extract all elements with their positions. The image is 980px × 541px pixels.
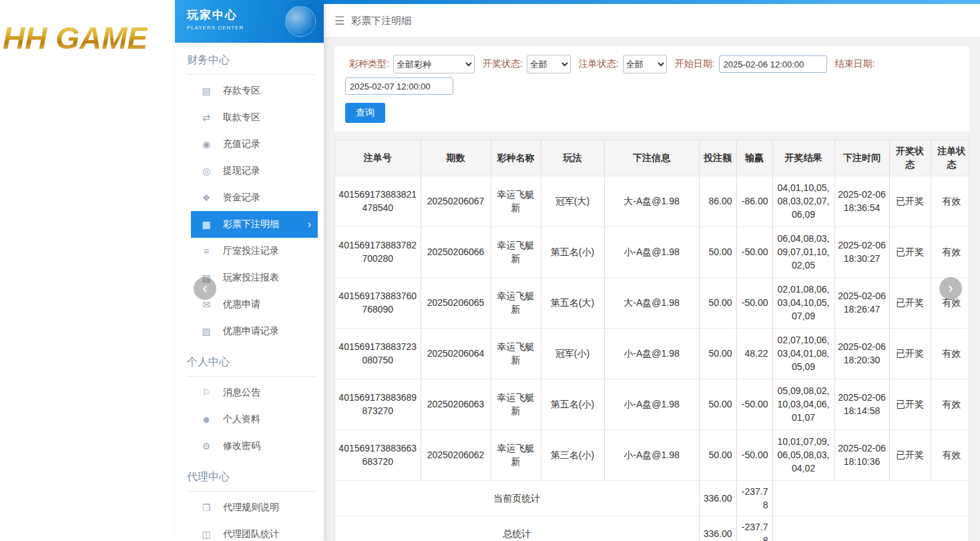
sidebar-item-promo-application-records[interactable]: ▨优惠申请记录 xyxy=(191,318,318,345)
table-cell: 第五名(大) xyxy=(541,277,604,328)
table-cell: 02,01,08,06,03,04,10,05,07,09 xyxy=(772,277,834,328)
table-cell: 2025-02-06 18:14:58 xyxy=(834,379,889,429)
titlebar: ☰ 彩票下注明细 xyxy=(324,4,980,38)
withdraw-hand-icon: ⇄ xyxy=(200,112,212,123)
sidebar-item-label: 代理团队统计 xyxy=(223,528,279,540)
sidebar-item-lottery-bet-details[interactable]: ▦彩票下注明细› xyxy=(191,211,318,238)
table-cell: 第三名(小) xyxy=(541,429,604,480)
table-cell: 大-A盘@1.98 xyxy=(604,176,699,226)
sidebar-item-recharge-records[interactable]: ◉充值记录 xyxy=(191,131,318,158)
bet-table-card: 注单号期数彩种名称玩法下注信息投注额输赢开奖结果下注时间开奖状态注单状态4015… xyxy=(334,140,969,541)
column-header: 下注时间 xyxy=(834,140,889,176)
column-header: 输赢 xyxy=(736,140,772,176)
sidebar-item-label: 提现记录 xyxy=(223,165,260,177)
team-stats-icon: ◫ xyxy=(200,529,212,540)
column-header: 彩种名称 xyxy=(491,140,541,176)
sidebar-item-label: 代理规则说明 xyxy=(223,502,279,514)
start-date-label: 开始日期: xyxy=(675,58,715,70)
table-cell: 05,09,08,02,10,03,04,06,01,07 xyxy=(772,379,834,429)
sidebar-item-announcements[interactable]: ⚐消息公告 xyxy=(191,379,318,406)
table-cell: 2025-02-06 18:20:30 xyxy=(834,328,889,379)
sidebar-item-agent-rules[interactable]: ❐代理规则说明 xyxy=(191,494,318,521)
bet-status-label: 注单状态: xyxy=(579,58,619,70)
table-cell: 04,01,10,05,08,03,02,07,06,09 xyxy=(772,176,834,226)
end-date-input[interactable] xyxy=(345,77,453,95)
table-cell: 20250206066 xyxy=(421,226,491,277)
filter-row: 彩种类型: 全部彩种 开奖状态: 全部 注单状态: 全部 开始日期: 结束日期: xyxy=(345,55,959,95)
table-cell: 大-A盘@1.98 xyxy=(604,277,699,328)
section-title: 个人中心 xyxy=(187,355,316,377)
table-cell: 401569173883723080750 xyxy=(335,328,421,379)
table-cell: 小-A盘@1.98 xyxy=(604,226,699,277)
sidebar-item-change-password[interactable]: ⚙修改密码 xyxy=(191,433,318,460)
table-cell: 10,01,07,09,06,05,08,03,04,02 xyxy=(772,429,834,480)
expand-right-arrow-icon[interactable]: › xyxy=(939,277,962,300)
globe-icon xyxy=(285,6,316,37)
table-cell: 50.00 xyxy=(699,379,736,429)
table-cell: 冠军(大) xyxy=(541,176,604,226)
table-cell: 已开奖 xyxy=(889,328,931,379)
table-row: 40156917388376076809020250206065幸运飞艇新第五名… xyxy=(335,277,969,328)
lottery-type-label: 彩种类型: xyxy=(349,58,389,70)
sidebar-item-label: 取款专区 xyxy=(223,112,260,124)
search-button[interactable]: 查询 xyxy=(345,103,385,123)
table-cell: 50.00 xyxy=(699,328,736,379)
sidebar-item-withdraw-zone[interactable]: ⇄取款专区 xyxy=(191,104,318,131)
lottery-bet-icon: ▦ xyxy=(200,219,212,230)
table-row: 40156917388368987327020250206063幸运飞艇新第五名… xyxy=(335,379,969,429)
lottery-type-select[interactable]: 全部彩种 xyxy=(393,55,475,73)
draw-status-select[interactable]: 全部 xyxy=(527,55,571,73)
menu-toggle-icon[interactable]: ☰ xyxy=(334,14,344,28)
table-cell: 幸运飞艇新 xyxy=(491,226,541,277)
table-cell: 2025-02-06 18:26:47 xyxy=(834,277,889,328)
table-cell: -50.00 xyxy=(736,379,772,429)
sidebar-item-label: 优惠申请 xyxy=(223,299,260,311)
table-cell: 20250206064 xyxy=(421,328,491,379)
sidebar-item-agent-team-stats[interactable]: ◫代理团队统计 xyxy=(191,521,318,541)
sidebar-item-label: 彩票下注明细 xyxy=(223,218,279,230)
table-cell: 小-A盘@1.98 xyxy=(604,429,699,480)
withdrawal-record-icon: ◎ xyxy=(200,166,212,176)
column-header: 投注额 xyxy=(699,140,736,176)
sidebar-item-deposit-zone[interactable]: ▤存款专区 xyxy=(191,77,318,104)
summary-winloss-total: -237.78 xyxy=(736,480,772,516)
sidebar-header: 玩家中心 PLAYERS CENTER xyxy=(175,0,324,43)
sidebar-item-funds-records[interactable]: ❖资金记录 xyxy=(191,184,318,211)
brand-logo: HH GAME xyxy=(3,20,148,56)
logo-area: HH GAME xyxy=(0,0,175,541)
table-cell: -50.00 xyxy=(736,277,772,328)
table-cell: 有效 xyxy=(931,226,969,277)
table-cell: 86.00 xyxy=(699,176,736,226)
table-cell: 401569173883689873270 xyxy=(335,379,421,429)
end-date-label: 结束日期: xyxy=(835,58,875,70)
table-cell: 已开奖 xyxy=(889,277,931,328)
column-header: 开奖结果 xyxy=(772,140,834,176)
sidebar-item-label: 资金记录 xyxy=(223,192,260,204)
column-header: 下注信息 xyxy=(604,140,699,176)
sidebar-item-profile[interactable]: ☻个人资料 xyxy=(191,406,318,433)
table-cell: 幸运飞艇新 xyxy=(491,277,541,328)
summary-winloss-total: -237.78 xyxy=(736,516,772,541)
table-cell: 已开奖 xyxy=(889,176,931,226)
sidebar-item-label: 优惠申请记录 xyxy=(223,325,279,337)
sidebar-item-withdrawal-records[interactable]: ◎提现记录 xyxy=(191,158,318,184)
table-cell: 第五名(小) xyxy=(541,379,604,429)
promo-apply-icon: ✉ xyxy=(200,299,212,310)
bet-status-select[interactable]: 全部 xyxy=(623,55,667,73)
column-header: 开奖状态 xyxy=(889,140,931,176)
collapse-left-arrow-icon[interactable]: ‹ xyxy=(194,277,216,300)
start-date-input[interactable] xyxy=(719,55,827,73)
bell-icon: ⚐ xyxy=(200,387,212,398)
gear-icon: ⚙ xyxy=(200,441,212,452)
deposit-card-icon: ▤ xyxy=(200,85,212,96)
sidebar-item-hall-bet-records[interactable]: ≡厅室投注记录 xyxy=(191,238,318,264)
sidebar-item-label: 充值记录 xyxy=(223,138,260,150)
table-cell: 401569173883782700280 xyxy=(335,226,421,277)
sidebar-item-label: 个人资料 xyxy=(223,413,260,425)
table-cell: 48.22 xyxy=(736,328,772,379)
page: HH GAME 玩家中心 PLAYERS CENTER 财务中心▤存款专区⇄取款… xyxy=(0,0,980,541)
table-cell: 20250206062 xyxy=(421,429,491,480)
table-cell: -86.00 xyxy=(736,176,772,226)
main-content: ☰ 彩票下注明细 彩种类型: 全部彩种 开奖状态: 全部 注单状态: 全部 开始… xyxy=(324,4,980,541)
table-cell: 401569173883760768090 xyxy=(335,277,421,328)
